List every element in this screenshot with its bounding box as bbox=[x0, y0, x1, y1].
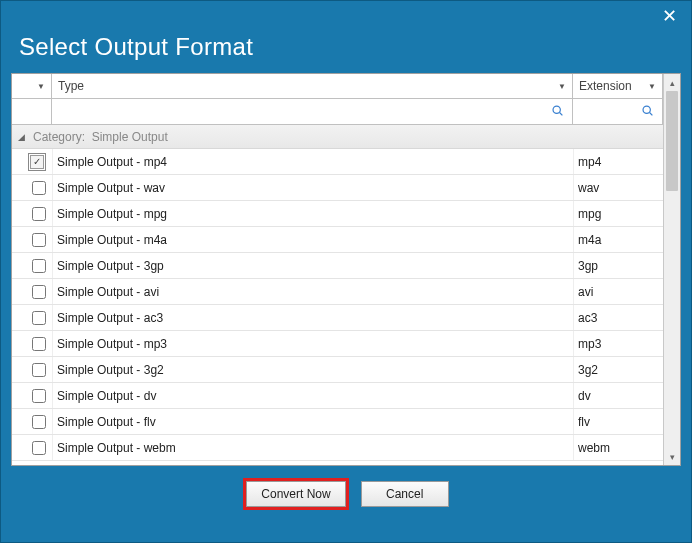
search-icon bbox=[641, 104, 654, 120]
checkbox-checked-icon[interactable]: ✓ bbox=[28, 153, 46, 171]
row-type-label: Simple Output - dv bbox=[57, 389, 156, 403]
row-type-cell: Simple Output - webm bbox=[52, 435, 573, 460]
row-type-label: Simple Output - mp4 bbox=[57, 155, 167, 169]
row-extension-label: 3g2 bbox=[578, 363, 598, 377]
row-extension-cell: avi bbox=[573, 279, 663, 304]
table-row[interactable]: ✓Simple Output - mp4mp4 bbox=[12, 149, 663, 175]
row-type-cell: Simple Output - mp3 bbox=[52, 331, 573, 356]
row-extension-label: m4a bbox=[578, 233, 601, 247]
table-row[interactable]: Simple Output - ac3ac3 bbox=[12, 305, 663, 331]
row-checkbox-cell[interactable] bbox=[12, 305, 52, 330]
chevron-down-icon: ▼ bbox=[37, 82, 45, 91]
row-checkbox[interactable] bbox=[32, 285, 46, 299]
vertical-scrollbar[interactable]: ▴ ▾ bbox=[663, 74, 680, 465]
row-extension-label: webm bbox=[578, 441, 610, 455]
row-checkbox[interactable] bbox=[32, 337, 46, 351]
row-type-cell: Simple Output - avi bbox=[52, 279, 573, 304]
table-row[interactable]: Simple Output - mp3mp3 bbox=[12, 331, 663, 357]
row-checkbox[interactable] bbox=[32, 363, 46, 377]
row-checkbox-cell[interactable] bbox=[12, 253, 52, 278]
row-checkbox[interactable] bbox=[32, 311, 46, 325]
close-icon[interactable]: ✕ bbox=[657, 4, 681, 28]
collapse-icon: ◢ bbox=[18, 132, 25, 142]
row-checkbox[interactable] bbox=[32, 415, 46, 429]
scrollbar-thumb[interactable] bbox=[666, 91, 678, 191]
dialog-header: Select Output Format bbox=[1, 31, 691, 73]
row-checkbox-cell[interactable] bbox=[12, 201, 52, 226]
row-type-label: Simple Output - webm bbox=[57, 441, 176, 455]
scroll-down-icon[interactable]: ▾ bbox=[664, 448, 680, 465]
svg-point-2 bbox=[643, 106, 650, 113]
convert-now-button[interactable]: Convert Now bbox=[246, 481, 345, 507]
row-extension-label: 3gp bbox=[578, 259, 598, 273]
row-type-label: Simple Output - 3g2 bbox=[57, 363, 164, 377]
grid-panel: ▼ Type ▼ Extension ▼ bbox=[11, 73, 681, 466]
row-extension-cell: dv bbox=[573, 383, 663, 408]
row-type-label: Simple Output - mp3 bbox=[57, 337, 167, 351]
dialog-footer: Convert Now Cancel bbox=[1, 466, 691, 514]
row-checkbox-cell[interactable] bbox=[12, 357, 52, 382]
row-type-cell: Simple Output - 3gp bbox=[52, 253, 573, 278]
column-header-checkbox[interactable]: ▼ bbox=[12, 74, 52, 98]
row-checkbox[interactable] bbox=[32, 259, 46, 273]
filter-row bbox=[12, 99, 663, 125]
table-row[interactable]: Simple Output - flvflv bbox=[12, 409, 663, 435]
row-type-label: Simple Output - flv bbox=[57, 415, 156, 429]
row-extension-label: mp4 bbox=[578, 155, 601, 169]
row-extension-cell: 3gp bbox=[573, 253, 663, 278]
table-row[interactable]: Simple Output - aviavi bbox=[12, 279, 663, 305]
row-type-label: Simple Output - 3gp bbox=[57, 259, 164, 273]
row-checkbox-cell[interactable] bbox=[12, 435, 52, 460]
convert-now-highlight: Convert Now bbox=[243, 478, 348, 510]
row-checkbox-cell[interactable] bbox=[12, 409, 52, 434]
column-header-extension-label: Extension bbox=[579, 79, 632, 93]
row-type-cell: Simple Output - mp4 bbox=[52, 149, 573, 174]
filter-cell-type[interactable] bbox=[52, 99, 573, 124]
row-extension-cell: wav bbox=[573, 175, 663, 200]
scrollbar-track[interactable] bbox=[664, 91, 680, 448]
rows-container: ✓Simple Output - mp4mp4Simple Output - w… bbox=[12, 149, 663, 465]
row-type-cell: Simple Output - flv bbox=[52, 409, 573, 434]
row-checkbox[interactable] bbox=[32, 441, 46, 455]
row-type-cell: Simple Output - mpg bbox=[52, 201, 573, 226]
table-row[interactable]: Simple Output - dvdv bbox=[12, 383, 663, 409]
table-row[interactable]: Simple Output - mpgmpg bbox=[12, 201, 663, 227]
chevron-down-icon: ▼ bbox=[558, 82, 566, 91]
table-row[interactable]: Simple Output - m4am4a bbox=[12, 227, 663, 253]
row-checkbox[interactable] bbox=[32, 233, 46, 247]
row-checkbox-cell[interactable] bbox=[12, 279, 52, 304]
table-row[interactable]: Simple Output - wavwav bbox=[12, 175, 663, 201]
cancel-button[interactable]: Cancel bbox=[361, 481, 449, 507]
row-checkbox-cell[interactable] bbox=[12, 331, 52, 356]
scroll-up-icon[interactable]: ▴ bbox=[664, 74, 680, 91]
column-header-row: ▼ Type ▼ Extension ▼ bbox=[12, 74, 663, 99]
row-checkbox[interactable] bbox=[32, 181, 46, 195]
row-checkbox-cell[interactable] bbox=[12, 227, 52, 252]
svg-line-1 bbox=[560, 112, 563, 115]
row-checkbox[interactable] bbox=[32, 207, 46, 221]
row-extension-label: dv bbox=[578, 389, 591, 403]
column-header-extension[interactable]: Extension ▼ bbox=[573, 74, 663, 98]
table-row[interactable]: Simple Output - 3g23g2 bbox=[12, 357, 663, 383]
svg-line-3 bbox=[650, 112, 653, 115]
row-type-cell: Simple Output - ac3 bbox=[52, 305, 573, 330]
column-header-type[interactable]: Type ▼ bbox=[52, 74, 573, 98]
row-extension-label: ac3 bbox=[578, 311, 597, 325]
row-checkbox[interactable] bbox=[32, 389, 46, 403]
filter-cell-extension[interactable] bbox=[573, 99, 663, 124]
column-header-type-label: Type bbox=[58, 79, 84, 93]
row-checkbox-cell[interactable]: ✓ bbox=[12, 149, 52, 174]
row-type-label: Simple Output - avi bbox=[57, 285, 159, 299]
group-header[interactable]: ◢ Category: Simple Output bbox=[12, 125, 663, 149]
row-extension-label: flv bbox=[578, 415, 590, 429]
table-row[interactable]: Simple Output - webmwebm bbox=[12, 435, 663, 461]
row-checkbox-cell[interactable] bbox=[12, 383, 52, 408]
row-extension-cell: flv bbox=[573, 409, 663, 434]
table-row[interactable]: Simple Output - 3gp3gp bbox=[12, 253, 663, 279]
row-checkbox-cell[interactable] bbox=[12, 175, 52, 200]
row-extension-cell: mp3 bbox=[573, 331, 663, 356]
row-type-cell: Simple Output - m4a bbox=[52, 227, 573, 252]
row-extension-label: mp3 bbox=[578, 337, 601, 351]
row-extension-cell: mp4 bbox=[573, 149, 663, 174]
filter-cell-checkbox[interactable] bbox=[12, 99, 52, 124]
